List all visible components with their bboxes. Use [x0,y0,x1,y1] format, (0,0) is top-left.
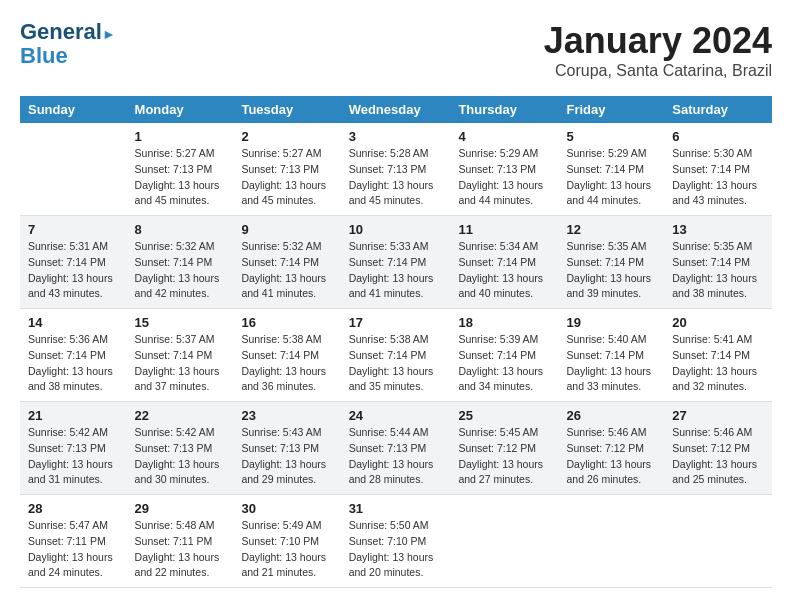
calendar-cell: 25Sunrise: 5:45 AMSunset: 7:12 PMDayligh… [450,402,558,495]
day-info: Sunrise: 5:38 AMSunset: 7:14 PMDaylight:… [349,332,443,395]
day-info: Sunrise: 5:35 AMSunset: 7:14 PMDaylight:… [566,239,656,302]
calendar-cell [664,495,772,588]
day-number: 25 [458,408,550,423]
week-row-2: 7Sunrise: 5:31 AMSunset: 7:14 PMDaylight… [20,216,772,309]
day-number: 24 [349,408,443,423]
week-row-4: 21Sunrise: 5:42 AMSunset: 7:13 PMDayligh… [20,402,772,495]
day-number: 12 [566,222,656,237]
day-info: Sunrise: 5:49 AMSunset: 7:10 PMDaylight:… [241,518,332,581]
day-number: 23 [241,408,332,423]
day-number: 18 [458,315,550,330]
day-info: Sunrise: 5:27 AMSunset: 7:13 PMDaylight:… [241,146,332,209]
week-row-1: 1Sunrise: 5:27 AMSunset: 7:13 PMDaylight… [20,123,772,216]
day-info: Sunrise: 5:33 AMSunset: 7:14 PMDaylight:… [349,239,443,302]
day-number: 19 [566,315,656,330]
week-row-5: 28Sunrise: 5:47 AMSunset: 7:11 PMDayligh… [20,495,772,588]
column-header-monday: Monday [127,96,234,123]
calendar-cell: 3Sunrise: 5:28 AMSunset: 7:13 PMDaylight… [341,123,451,216]
calendar-body: 1Sunrise: 5:27 AMSunset: 7:13 PMDaylight… [20,123,772,588]
calendar-cell: 14Sunrise: 5:36 AMSunset: 7:14 PMDayligh… [20,309,127,402]
day-info: Sunrise: 5:28 AMSunset: 7:13 PMDaylight:… [349,146,443,209]
day-info: Sunrise: 5:27 AMSunset: 7:13 PMDaylight:… [135,146,226,209]
calendar-cell: 26Sunrise: 5:46 AMSunset: 7:12 PMDayligh… [558,402,664,495]
day-info: Sunrise: 5:38 AMSunset: 7:14 PMDaylight:… [241,332,332,395]
calendar-title: January 2024 [544,20,772,62]
column-headers-row: SundayMondayTuesdayWednesdayThursdayFrid… [20,96,772,123]
day-number: 15 [135,315,226,330]
day-info: Sunrise: 5:34 AMSunset: 7:14 PMDaylight:… [458,239,550,302]
day-number: 28 [28,501,119,516]
day-number: 29 [135,501,226,516]
day-info: Sunrise: 5:44 AMSunset: 7:13 PMDaylight:… [349,425,443,488]
day-number: 27 [672,408,764,423]
day-number: 14 [28,315,119,330]
day-info: Sunrise: 5:43 AMSunset: 7:13 PMDaylight:… [241,425,332,488]
calendar-cell: 27Sunrise: 5:46 AMSunset: 7:12 PMDayligh… [664,402,772,495]
day-info: Sunrise: 5:47 AMSunset: 7:11 PMDaylight:… [28,518,119,581]
day-number: 6 [672,129,764,144]
day-number: 30 [241,501,332,516]
title-area: January 2024 Corupa, Santa Catarina, Bra… [544,20,772,80]
day-info: Sunrise: 5:29 AMSunset: 7:14 PMDaylight:… [566,146,656,209]
day-number: 5 [566,129,656,144]
day-number: 4 [458,129,550,144]
column-header-sunday: Sunday [20,96,127,123]
calendar-cell: 5Sunrise: 5:29 AMSunset: 7:14 PMDaylight… [558,123,664,216]
logo: General► Blue [20,20,116,68]
calendar-table: SundayMondayTuesdayWednesdayThursdayFrid… [20,96,772,588]
column-header-saturday: Saturday [664,96,772,123]
calendar-cell: 9Sunrise: 5:32 AMSunset: 7:14 PMDaylight… [233,216,340,309]
day-number: 31 [349,501,443,516]
calendar-cell: 7Sunrise: 5:31 AMSunset: 7:14 PMDaylight… [20,216,127,309]
day-number: 17 [349,315,443,330]
calendar-cell: 1Sunrise: 5:27 AMSunset: 7:13 PMDaylight… [127,123,234,216]
day-number: 8 [135,222,226,237]
day-info: Sunrise: 5:36 AMSunset: 7:14 PMDaylight:… [28,332,119,395]
day-number: 10 [349,222,443,237]
calendar-cell: 15Sunrise: 5:37 AMSunset: 7:14 PMDayligh… [127,309,234,402]
calendar-cell [450,495,558,588]
calendar-cell: 22Sunrise: 5:42 AMSunset: 7:13 PMDayligh… [127,402,234,495]
day-number: 3 [349,129,443,144]
day-info: Sunrise: 5:40 AMSunset: 7:14 PMDaylight:… [566,332,656,395]
day-info: Sunrise: 5:37 AMSunset: 7:14 PMDaylight:… [135,332,226,395]
day-info: Sunrise: 5:35 AMSunset: 7:14 PMDaylight:… [672,239,764,302]
calendar-cell: 16Sunrise: 5:38 AMSunset: 7:14 PMDayligh… [233,309,340,402]
day-number: 9 [241,222,332,237]
calendar-cell: 4Sunrise: 5:29 AMSunset: 7:13 PMDaylight… [450,123,558,216]
day-number: 7 [28,222,119,237]
day-number: 11 [458,222,550,237]
column-header-thursday: Thursday [450,96,558,123]
day-number: 16 [241,315,332,330]
day-info: Sunrise: 5:41 AMSunset: 7:14 PMDaylight:… [672,332,764,395]
day-info: Sunrise: 5:50 AMSunset: 7:10 PMDaylight:… [349,518,443,581]
day-info: Sunrise: 5:42 AMSunset: 7:13 PMDaylight:… [28,425,119,488]
calendar-cell [20,123,127,216]
day-info: Sunrise: 5:45 AMSunset: 7:12 PMDaylight:… [458,425,550,488]
header: General► Blue January 2024 Corupa, Santa… [20,20,772,80]
day-info: Sunrise: 5:29 AMSunset: 7:13 PMDaylight:… [458,146,550,209]
calendar-location: Corupa, Santa Catarina, Brazil [544,62,772,80]
day-number: 22 [135,408,226,423]
day-info: Sunrise: 5:46 AMSunset: 7:12 PMDaylight:… [566,425,656,488]
day-info: Sunrise: 5:32 AMSunset: 7:14 PMDaylight:… [135,239,226,302]
day-number: 20 [672,315,764,330]
calendar-cell: 24Sunrise: 5:44 AMSunset: 7:13 PMDayligh… [341,402,451,495]
calendar-cell: 12Sunrise: 5:35 AMSunset: 7:14 PMDayligh… [558,216,664,309]
day-info: Sunrise: 5:31 AMSunset: 7:14 PMDaylight:… [28,239,119,302]
calendar-cell: 13Sunrise: 5:35 AMSunset: 7:14 PMDayligh… [664,216,772,309]
logo-text: General► Blue [20,20,116,68]
calendar-cell: 31Sunrise: 5:50 AMSunset: 7:10 PMDayligh… [341,495,451,588]
column-header-wednesday: Wednesday [341,96,451,123]
column-header-friday: Friday [558,96,664,123]
day-number: 21 [28,408,119,423]
calendar-cell: 6Sunrise: 5:30 AMSunset: 7:14 PMDaylight… [664,123,772,216]
calendar-cell: 8Sunrise: 5:32 AMSunset: 7:14 PMDaylight… [127,216,234,309]
day-number: 13 [672,222,764,237]
calendar-cell: 29Sunrise: 5:48 AMSunset: 7:11 PMDayligh… [127,495,234,588]
calendar-cell [558,495,664,588]
day-info: Sunrise: 5:30 AMSunset: 7:14 PMDaylight:… [672,146,764,209]
calendar-cell: 10Sunrise: 5:33 AMSunset: 7:14 PMDayligh… [341,216,451,309]
calendar-cell: 28Sunrise: 5:47 AMSunset: 7:11 PMDayligh… [20,495,127,588]
calendar-cell: 17Sunrise: 5:38 AMSunset: 7:14 PMDayligh… [341,309,451,402]
